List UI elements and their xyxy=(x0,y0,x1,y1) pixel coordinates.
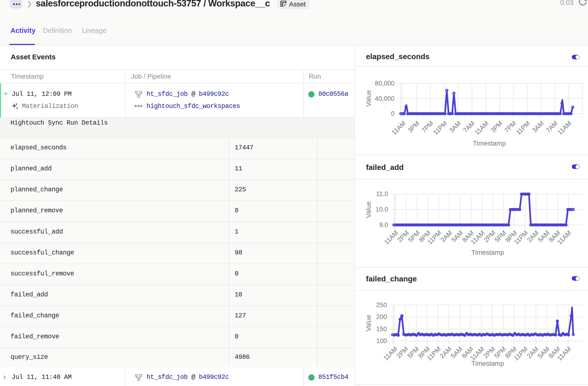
svg-text:Value: Value xyxy=(365,90,372,107)
svg-text:2PM: 2PM xyxy=(483,229,497,243)
svg-text:2AM: 2AM xyxy=(439,229,453,243)
svg-text:2AM: 2AM xyxy=(525,345,540,360)
svg-text:11PM: 11PM xyxy=(515,120,531,136)
svg-text:250: 250 xyxy=(376,301,387,309)
svg-text:5AM: 5AM xyxy=(537,229,551,243)
svg-text:2PM: 2PM xyxy=(396,229,410,243)
svg-text:5PM: 5PM xyxy=(493,345,507,360)
svg-text:40,000: 40,000 xyxy=(375,95,395,102)
svg-text:2AM: 2AM xyxy=(439,345,453,360)
svg-text:11.0: 11.0 xyxy=(376,190,388,197)
svg-text:3PM: 3PM xyxy=(489,120,504,134)
svg-text:3AM: 3AM xyxy=(531,120,545,134)
svg-text:150: 150 xyxy=(376,325,387,333)
svg-text:11AM: 11AM xyxy=(473,120,490,136)
svg-text:5AM: 5AM xyxy=(450,229,464,243)
svg-text:2PM: 2PM xyxy=(395,345,409,360)
svg-text:11AM: 11AM xyxy=(556,120,573,136)
svg-text:0: 0 xyxy=(391,110,395,117)
svg-text:10.0: 10.0 xyxy=(376,206,388,213)
svg-text:5PM: 5PM xyxy=(407,229,421,243)
svg-text:Timestamp: Timestamp xyxy=(471,360,504,367)
svg-text:11PM: 11PM xyxy=(432,120,449,136)
svg-text:9.0: 9.0 xyxy=(379,221,388,229)
svg-text:5PM: 5PM xyxy=(406,345,420,360)
svg-text:100: 100 xyxy=(376,337,387,344)
svg-text:11AM: 11AM xyxy=(391,120,407,136)
svg-text:5PM: 5PM xyxy=(493,229,507,243)
svg-text:5AM: 5AM xyxy=(449,345,464,360)
svg-text:80,000: 80,000 xyxy=(375,80,395,87)
svg-text:Value: Value xyxy=(365,201,372,218)
svg-text:Timestamp: Timestamp xyxy=(471,249,504,256)
svg-text:Value: Value xyxy=(365,315,372,331)
svg-text:2AM: 2AM xyxy=(525,229,540,243)
svg-text:Timestamp: Timestamp xyxy=(473,140,505,147)
svg-text:3PM: 3PM xyxy=(406,120,421,134)
svg-text:200: 200 xyxy=(376,313,387,321)
svg-text:3AM: 3AM xyxy=(448,120,462,134)
svg-text:5AM: 5AM xyxy=(536,345,551,360)
svg-text:2PM: 2PM xyxy=(482,345,496,360)
